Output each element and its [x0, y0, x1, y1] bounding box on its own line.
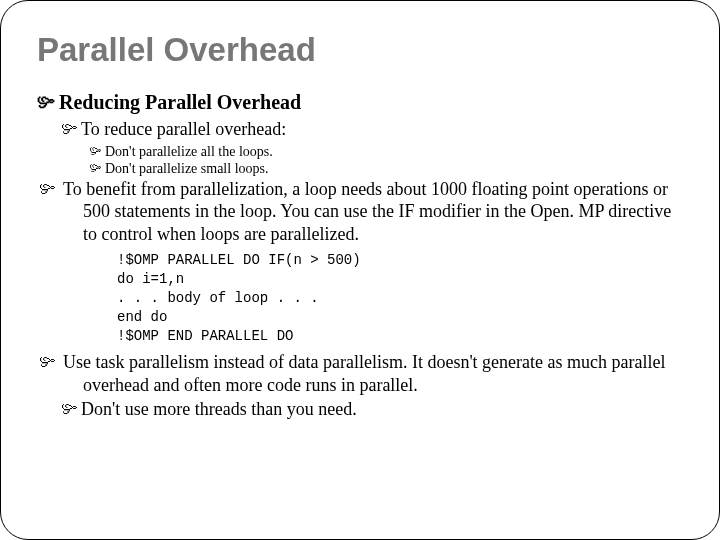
bullet-text: Use task parallelism instead of data par…	[63, 352, 666, 395]
bullet-level2: 🙛Don't use more threads than you need.	[61, 398, 683, 421]
bullet-text: To reduce parallel overhead:	[81, 119, 286, 139]
heading-level1: 🙛Reducing Parallel Overhead	[37, 91, 683, 114]
bullet-text: Don't parallelize small loops.	[105, 161, 268, 176]
bullet-level2: 🙛Use task parallelism instead of data pa…	[61, 351, 683, 396]
bullet-text: To benefit from parallelization, a loop …	[63, 179, 671, 244]
bullet-icon: 🙛	[89, 143, 103, 161]
bullet-icon: 🙛	[61, 118, 79, 141]
heading-text: Reducing Parallel Overhead	[59, 91, 301, 113]
code-block: !$OMP PARALLEL DO IF(n > 500) do i=1,n .…	[117, 251, 683, 345]
bullet-icon: 🙛	[61, 398, 79, 421]
bullet-text: Don't use more threads than you need.	[81, 399, 357, 419]
slide: Parallel Overhead 🙛Reducing Parallel Ove…	[0, 0, 720, 540]
bullet-level3: 🙛Don't parallelize small loops.	[89, 160, 683, 178]
bullet-text: Don't parallelize all the loops.	[105, 144, 273, 159]
bullet-level2: 🙛To reduce parallel overhead:	[61, 118, 683, 141]
bullet-icon: 🙛	[89, 160, 103, 178]
bullet-level2: 🙛To benefit from parallelization, a loop…	[61, 178, 683, 246]
slide-title: Parallel Overhead	[37, 31, 683, 69]
bullet-level3: 🙛Don't parallelize all the loops.	[89, 143, 683, 161]
bullet-icon: 🙛	[37, 91, 57, 114]
